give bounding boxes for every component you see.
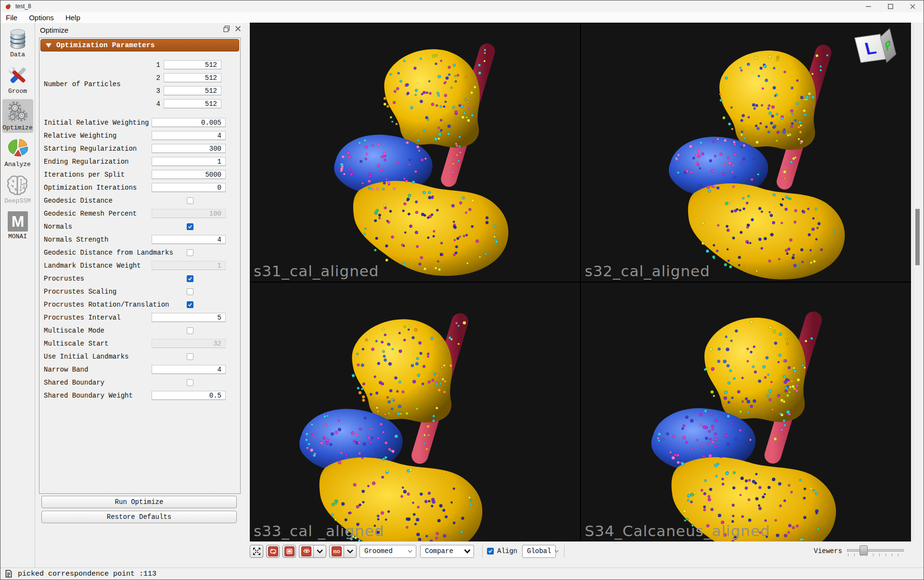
restore-defaults-button[interactable]: Restore Defaults — [41, 511, 237, 523]
close-button[interactable] — [901, 0, 924, 12]
menu-help[interactable]: Help — [60, 12, 86, 23]
param-row: Optimization Iterations — [40, 181, 240, 194]
particle-index-label: 4 — [156, 100, 160, 108]
param-input — [152, 261, 226, 270]
param-label: Geodesic Distance from Landmarks — [40, 249, 187, 257]
image-export-icon — [284, 546, 295, 556]
particle-count-input[interactable] — [164, 86, 221, 95]
align-scope-value: Global — [523, 547, 551, 555]
sidebar-item-analyze[interactable]: Analyze — [2, 136, 33, 169]
param-checkbox[interactable] — [187, 223, 193, 230]
param-input[interactable] — [152, 313, 226, 322]
viewport-s34[interactable]: S34_Calcaneus_aligned — [581, 283, 911, 541]
viewport-label: s32_cal_aligned — [585, 262, 710, 280]
viewer-toolbar: ISO Groomed Compare Align Global — [250, 544, 569, 558]
param-checkbox[interactable] — [187, 301, 193, 308]
param-label: Multiscale Start — [40, 340, 152, 348]
param-input[interactable] — [152, 391, 226, 400]
align-scope-select[interactable]: Global — [522, 545, 556, 558]
scrollbar-thumb[interactable] — [915, 209, 920, 265]
sidebar-item-monai[interactable]: M MONAI — [2, 209, 33, 242]
optimize-panel: Optimize Optimization Parameters Number … — [35, 23, 247, 568]
param-checkbox[interactable] — [187, 379, 193, 386]
param-label: Ending Regularization — [40, 158, 152, 166]
param-checkbox[interactable] — [187, 288, 193, 295]
menu-options[interactable]: Options — [23, 12, 60, 23]
autoview-icon — [253, 547, 261, 555]
sidebar-item-data[interactable]: Data — [2, 26, 33, 60]
status-bar: picked correspondence point :113 — [0, 567, 924, 580]
slider-track[interactable] — [847, 549, 904, 552]
slider-thumb[interactable] — [860, 545, 868, 555]
particle-index-label: 2 — [156, 74, 160, 82]
autoview-button[interactable] — [250, 545, 263, 558]
param-row: Normals — [40, 220, 240, 233]
param-row: Normals Strength — [40, 233, 240, 246]
sidebar-item-label: DeepSSM — [4, 197, 31, 205]
status-message: picked correspondence point :113 — [18, 570, 156, 578]
param-row: Relative Weighting — [40, 129, 240, 142]
isosurface-icon: ISO — [332, 546, 342, 556]
param-row: Iterations per Split — [40, 168, 240, 181]
vertical-scrollbar[interactable] — [913, 23, 922, 541]
display-mode-select[interactable]: Groomed — [359, 545, 416, 558]
param-input[interactable] — [152, 131, 226, 140]
particle-count-input[interactable] — [164, 73, 221, 82]
param-checkbox[interactable] — [187, 197, 193, 204]
menu-file[interactable]: File — [0, 12, 23, 23]
orientation-posterior-label: P — [884, 37, 893, 54]
chevron-down-icon — [551, 547, 562, 555]
particle-count-input[interactable] — [164, 60, 221, 69]
image-export-button[interactable] — [282, 545, 296, 558]
param-row: Shared Boundary Weight — [40, 389, 240, 402]
pie-chart-icon — [7, 138, 29, 160]
center-icon — [268, 546, 278, 556]
viewers-slider[interactable] — [847, 544, 904, 558]
align-checkbox[interactable] — [487, 548, 494, 554]
param-input[interactable] — [152, 183, 226, 192]
viewport-s31[interactable]: s31_cal_aligned — [250, 23, 580, 282]
toolbar-separator — [482, 545, 483, 557]
param-label: Relative Weighting — [40, 132, 152, 140]
param-input[interactable] — [152, 235, 226, 244]
sidebar-item-deepssm[interactable]: DeepSSM — [2, 172, 33, 206]
viewport-label: s33_cal _aligned — [254, 522, 384, 540]
isosurface-dropdown-button[interactable]: ISO — [329, 545, 357, 558]
param-label: Procrustes Interval — [40, 314, 152, 322]
param-label: Shared Boundary Weight — [40, 392, 152, 400]
param-label: Narrow Band — [40, 366, 152, 374]
viewport-s33[interactable]: s33_cal _aligned — [250, 283, 580, 541]
param-input[interactable] — [152, 118, 226, 127]
param-checkbox[interactable] — [187, 249, 193, 256]
close-panel-icon[interactable] — [235, 26, 241, 32]
maximize-button[interactable] — [879, 0, 901, 12]
run-optimize-button[interactable]: Run Optimize — [41, 496, 237, 508]
window-title: test_8 — [15, 3, 31, 10]
param-row: Procrustes Rotation/Translation — [40, 298, 240, 311]
optimization-parameters-header[interactable]: Optimization Parameters — [40, 39, 239, 52]
sidebar-item-groom[interactable]: Groom — [2, 63, 33, 96]
compare-select[interactable]: Compare — [420, 545, 474, 558]
parameter-rows: Initial Relative WeightingRelative Weigh… — [40, 116, 240, 402]
param-input[interactable] — [152, 157, 226, 166]
number-of-particles-group: Number of Particles 1234 — [40, 58, 240, 110]
sidebar-item-optimize[interactable]: Optimize — [2, 99, 33, 133]
particle-index-label: 1 — [156, 61, 160, 69]
param-checkbox[interactable] — [187, 275, 193, 282]
param-row: Procrustes — [40, 272, 240, 285]
param-input[interactable] — [152, 170, 226, 179]
param-input[interactable] — [152, 365, 226, 374]
param-checkbox[interactable] — [187, 353, 193, 360]
chevron-down-icon — [461, 549, 474, 554]
chevron-down-icon — [344, 545, 356, 557]
center-button[interactable] — [266, 545, 280, 558]
svg-text:ISO: ISO — [333, 549, 340, 554]
visibility-dropdown-button[interactable] — [299, 545, 326, 558]
param-input[interactable] — [152, 144, 226, 153]
minimize-button[interactable] — [857, 0, 879, 12]
particle-count-input[interactable] — [164, 99, 221, 108]
viewport-s32[interactable]: s32_cal_aligned L P — [581, 23, 911, 282]
param-row: Multiscale Start — [40, 337, 240, 350]
undock-icon[interactable] — [223, 26, 230, 32]
param-checkbox[interactable] — [187, 327, 193, 334]
